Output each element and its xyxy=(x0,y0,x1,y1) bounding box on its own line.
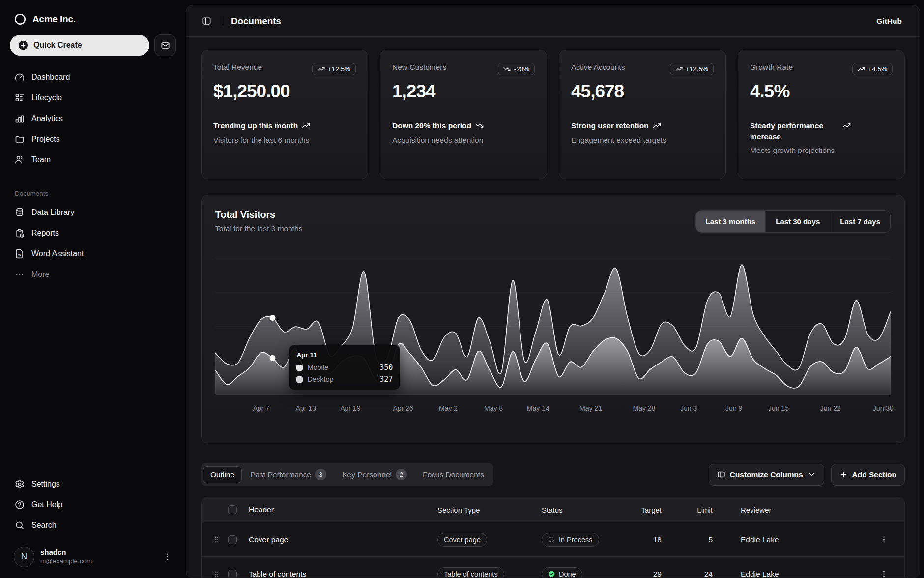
column-section-type: Section Type xyxy=(437,506,542,514)
highlight-dot-desktop xyxy=(269,355,275,361)
sidebar-item-get-help[interactable]: Get Help xyxy=(10,494,176,515)
range-last-7-days[interactable]: Last 7 days xyxy=(830,211,890,232)
x-tick: Jun 22 xyxy=(820,404,841,412)
row-reviewer-cell[interactable]: Eddie Lake xyxy=(713,570,870,578)
stat-footer-text: Steady performance increase xyxy=(750,121,838,142)
user-menu[interactable]: N shadcn m@example.com xyxy=(10,543,176,571)
total-visitors-card: Total Visitors Total for the last 3 mont… xyxy=(201,195,905,443)
row-reviewer-cell[interactable]: Eddie Lake xyxy=(713,535,870,544)
topbar-left: Documents xyxy=(198,13,281,30)
stat-footer-line1: Trending up this month xyxy=(213,121,356,131)
sidebar-item-dashboard[interactable]: Dashboard xyxy=(10,67,176,88)
range-last-30-days[interactable]: Last 30 days xyxy=(765,211,830,232)
inbox-button[interactable] xyxy=(154,34,176,56)
file-word-icon xyxy=(15,249,25,259)
sidebar-item-lifecycle[interactable]: Lifecycle xyxy=(10,88,176,108)
drag-handle[interactable] xyxy=(208,570,225,578)
sidebar-item-reports[interactable]: Reports xyxy=(10,223,176,243)
card-footer: Down 20% this period Acquisition needs a… xyxy=(392,121,535,145)
trend-badge: -20% xyxy=(498,63,535,75)
ellipsis-vertical-icon xyxy=(880,535,888,544)
row-target-cell[interactable]: 18 xyxy=(616,535,662,544)
tab-focus-documents[interactable]: Focus Documents xyxy=(415,466,491,483)
header-checkbox-cell xyxy=(225,505,249,514)
list-details-icon xyxy=(15,93,25,103)
trend-badge-value: +12.5% xyxy=(328,65,350,73)
row-checkbox[interactable] xyxy=(228,570,237,578)
sidebar-item-analytics[interactable]: Analytics xyxy=(10,108,176,129)
stat-footer-line1: Down 20% this period xyxy=(392,121,535,131)
section-type-badge: Table of contents xyxy=(437,567,504,578)
row-limit-cell[interactable]: 5 xyxy=(662,535,713,544)
sidebar-item-label: Search xyxy=(31,521,57,530)
quick-create-label: Quick Create xyxy=(33,41,82,50)
quick-create-button[interactable]: Quick Create xyxy=(10,35,149,56)
x-axis-ticks: Apr 7 Apr 13 Apr 19 Apr 26 May 2 May 8 M… xyxy=(215,401,891,414)
trend-badge-value: +4.5% xyxy=(868,65,887,73)
row-limit-cell[interactable]: 24 xyxy=(662,570,713,578)
trending-up-icon xyxy=(842,122,851,130)
user-name: shadcn xyxy=(40,548,157,557)
row-header-cell[interactable]: Table of contents xyxy=(249,570,437,578)
sidebar-spacer xyxy=(10,285,176,474)
main-panel: Documents GitHub Total Revenue +12.5% $1… xyxy=(186,5,920,578)
sidebar-item-settings[interactable]: Settings xyxy=(10,474,176,494)
add-section-button[interactable]: Add Section xyxy=(831,464,905,486)
stat-footer-text: Down 20% this period xyxy=(392,121,471,131)
sidebar-item-label: More xyxy=(31,270,49,279)
stat-footer-line2: Acquisition needs attention xyxy=(392,136,535,145)
x-tick: Jun 15 xyxy=(768,404,789,412)
table-row[interactable]: Cover page Cover page In Process 18 5 Ed… xyxy=(202,522,904,556)
stat-footer-line1: Steady performance increase xyxy=(750,121,893,142)
sidebar-nav-main: Dashboard Lifecycle Analytics Projects T… xyxy=(10,67,176,170)
row-target-cell[interactable]: 29 xyxy=(616,570,662,578)
stat-footer-text: Trending up this month xyxy=(213,121,298,131)
desktop-swatch xyxy=(296,376,303,383)
sidebar-toggle-button[interactable] xyxy=(198,13,215,30)
sidebar-item-team[interactable]: Team xyxy=(10,150,176,170)
column-target: Target xyxy=(616,506,662,514)
user-meta: shadcn m@example.com xyxy=(40,548,157,566)
select-all-checkbox[interactable] xyxy=(228,505,237,514)
x-tick: Apr 13 xyxy=(295,404,316,412)
sidebar-item-word-assistant[interactable]: Word Assistant xyxy=(10,243,176,264)
row-menu-button[interactable] xyxy=(876,566,892,578)
sidebar-item-label: Get Help xyxy=(31,500,62,509)
tab-outline[interactable]: Outline xyxy=(203,466,242,483)
tooltip-row-desktop: Desktop 327 xyxy=(296,375,393,384)
stat-value: 45,678 xyxy=(571,81,714,102)
gear-icon xyxy=(15,479,25,489)
tab-key-personnel[interactable]: Key Personnel 2 xyxy=(335,465,414,484)
tab-count-badge: 3 xyxy=(315,469,326,480)
stat-value: $1,250.00 xyxy=(213,81,356,102)
tooltip-series-label: Mobile xyxy=(307,364,375,371)
row-header-cell[interactable]: Cover page xyxy=(249,535,437,544)
range-last-3-months[interactable]: Last 3 months xyxy=(696,211,766,232)
stat-title: Total Revenue xyxy=(213,63,262,72)
stat-title: Active Accounts xyxy=(571,63,625,72)
circle-check-icon xyxy=(548,570,555,578)
brand[interactable]: Acme Inc. xyxy=(10,9,176,34)
sidebar-item-label: Team xyxy=(31,155,51,164)
x-tick: May 14 xyxy=(527,404,549,412)
sidebar-item-search[interactable]: Search xyxy=(10,515,176,536)
sidebar-item-data-library[interactable]: Data Library xyxy=(10,202,176,223)
clipboard-report-icon xyxy=(15,228,25,238)
grip-icon xyxy=(213,536,221,544)
sidebar-item-more[interactable]: More xyxy=(10,264,176,285)
row-menu-button[interactable] xyxy=(876,532,892,548)
github-link[interactable]: GitHub xyxy=(870,13,908,30)
chart-tooltip: Apr 11 Mobile 350 Desktop 327 xyxy=(289,345,400,390)
x-tick: Jun 9 xyxy=(725,404,742,412)
trend-badge: +12.5% xyxy=(670,63,714,75)
visitors-area-chart[interactable]: Apr 11 Mobile 350 Desktop 327 xyxy=(215,258,891,395)
row-checkbox[interactable] xyxy=(228,535,237,544)
customize-columns-button[interactable]: Customize Columns xyxy=(709,464,824,486)
table-row[interactable]: Table of contents Table of contents Done… xyxy=(202,556,904,578)
row-status-cell: Done xyxy=(542,567,616,578)
sidebar-item-projects[interactable]: Projects xyxy=(10,129,176,150)
tooltip-date: Apr 11 xyxy=(296,351,393,359)
loader-icon xyxy=(548,536,555,543)
tab-past-performance[interactable]: Past Performance 3 xyxy=(243,465,334,484)
drag-handle[interactable] xyxy=(208,536,225,544)
